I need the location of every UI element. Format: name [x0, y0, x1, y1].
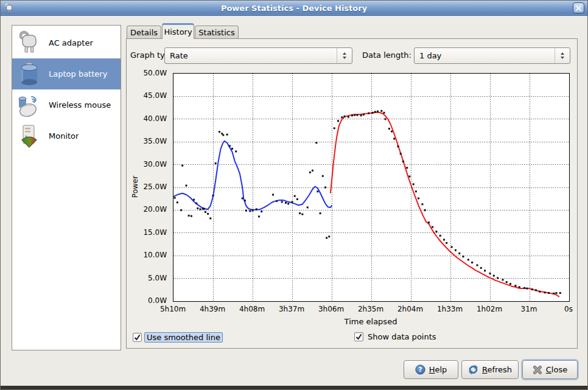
data-point	[519, 286, 520, 288]
data-point	[195, 203, 197, 204]
show-data-points-checkbox[interactable]	[354, 332, 363, 341]
data-point	[526, 288, 528, 290]
data-point	[272, 194, 274, 196]
x-tick-label: 2h35m	[358, 305, 383, 313]
data-point	[502, 279, 504, 280]
data-point	[229, 145, 231, 147]
close-button[interactable]: Close	[522, 360, 578, 379]
x-axis-ticks: 5h10m4h39m4h08m3h37m3h06m2h35m2h04m1h33m…	[173, 305, 569, 315]
y-tick-label: 25.0W	[127, 183, 167, 191]
device-item-wireless-mouse[interactable]: Wireless mouse	[12, 89, 121, 120]
data-point	[276, 200, 278, 202]
device-label: AC adapter	[49, 38, 93, 47]
data-point	[334, 127, 335, 129]
data-point	[446, 242, 447, 244]
data-point	[477, 264, 478, 266]
y-tick-label: 40.0W	[127, 114, 167, 123]
data-point	[363, 114, 365, 116]
data-length-value: 1 day	[415, 51, 555, 60]
y-tick-label: 50.0W	[127, 69, 167, 77]
use-smoothed-line-label[interactable]: Use smoothed line	[144, 332, 223, 343]
data-point	[348, 116, 349, 118]
graph-type-dropdown[interactable]: Rate	[164, 47, 352, 64]
data-point	[408, 176, 410, 178]
data-point	[344, 116, 346, 117]
data-point	[400, 153, 402, 155]
tab-details[interactable]: Details	[127, 26, 161, 39]
data-point	[489, 273, 491, 274]
data-point	[372, 112, 374, 114]
refresh-icon	[468, 364, 478, 375]
power-history-chart	[173, 73, 570, 302]
y-tick-label: 20.0W	[127, 205, 167, 214]
tab-label: History	[164, 27, 192, 37]
data-point	[443, 239, 445, 241]
refresh-button[interactable]: Refresh	[461, 360, 519, 379]
data-point	[415, 190, 417, 192]
data-point	[368, 113, 369, 114]
data-point	[296, 198, 298, 200]
data-point	[391, 131, 393, 133]
svg-text:?: ?	[418, 366, 422, 373]
use-smoothed-line-checkbox[interactable]	[133, 333, 142, 342]
data-point	[287, 203, 289, 204]
help-icon: ?	[415, 364, 425, 375]
data-point	[463, 256, 464, 257]
data-point	[497, 277, 499, 279]
window-close-button[interactable]	[573, 2, 584, 13]
x-tick-label: 3h06m	[318, 305, 344, 313]
data-point	[531, 288, 533, 290]
data-point	[421, 203, 423, 205]
data-point	[174, 197, 176, 199]
data-point	[432, 226, 433, 228]
data-point	[324, 187, 326, 189]
button-label: C	[546, 365, 551, 374]
power-statistics-window: Power Statistics - Device History AC ada…	[0, 0, 588, 390]
data-point	[249, 210, 251, 212]
x-tick-label: 3h37m	[279, 305, 304, 313]
data-point	[380, 110, 382, 112]
data-point	[337, 120, 339, 122]
data-point	[455, 249, 457, 251]
tab-label: Statistics	[198, 28, 234, 37]
x-tick-label: 4h39m	[200, 305, 225, 313]
data-point	[374, 111, 376, 113]
data-point	[559, 292, 561, 294]
data-point	[294, 195, 296, 197]
data-point	[435, 231, 437, 232]
device-item-ac-adapter[interactable]: AC adapter	[12, 27, 121, 58]
data-point	[193, 199, 195, 201]
data-point	[385, 118, 387, 120]
data-point	[506, 281, 508, 283]
data-point	[406, 167, 408, 169]
device-item-monitor[interactable]: Monitor	[12, 120, 121, 151]
help-button[interactable]: ? Help	[404, 360, 458, 379]
data-point	[231, 148, 233, 150]
titlebar[interactable]: Power Statistics - Device History	[1, 1, 587, 16]
data-point	[212, 195, 214, 197]
dropdown-arrows-icon	[337, 48, 352, 63]
data-point	[191, 215, 192, 217]
data-point	[509, 283, 511, 285]
show-data-points-option: Show data points	[354, 332, 436, 341]
data-point	[309, 172, 311, 173]
data-point	[328, 235, 330, 237]
dropdown-arrows-icon	[555, 48, 570, 63]
y-axis-ticks: 50.0W45.0W40.0W35.0W30.0W25.0W20.0W15.0W…	[127, 73, 169, 301]
data-point	[544, 291, 546, 293]
show-data-points-label[interactable]: Show data points	[368, 332, 436, 341]
x-axis-title: Time elapsed	[173, 317, 569, 326]
data-length-dropdown[interactable]: 1 day	[414, 47, 570, 64]
data-point	[535, 290, 537, 291]
tab-statistics[interactable]: Statistics	[195, 26, 239, 39]
data-point	[397, 145, 399, 147]
device-item-laptop-battery[interactable]: Laptop battery	[12, 58, 121, 89]
data-point	[548, 292, 550, 294]
data-point	[317, 190, 318, 192]
tab-history[interactable]: History	[162, 23, 194, 39]
history-tab-page: Graph type: Rate Data length: 1 day Powe…	[126, 38, 578, 349]
data-point	[471, 262, 473, 263]
data-point	[322, 175, 324, 177]
data-point	[480, 267, 482, 269]
data-point	[281, 201, 283, 203]
